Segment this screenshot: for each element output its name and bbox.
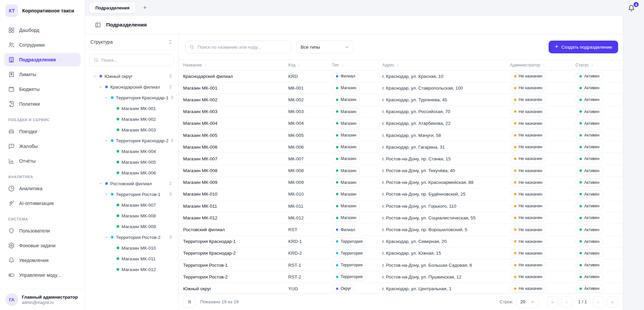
table-row[interactable]: Магазин МК-003МК-003Магазинг. Краснодар,… xyxy=(179,106,623,118)
table-search xyxy=(185,41,291,53)
tree-node-label: Магазин МК-007 xyxy=(122,203,156,208)
tree-node[interactable]: Магазин МК-011 xyxy=(89,253,172,264)
table-row[interactable]: Территория Ростов-1RST-1Территорияг. Рос… xyxy=(179,259,623,271)
tree-node[interactable]: Магазин МК-012 xyxy=(89,264,172,275)
table-row[interactable]: Территория Краснодар-1KRD-1Территорияг. … xyxy=(179,236,623,248)
column-header-4[interactable]: Администратор xyxy=(510,63,575,67)
tree-node[interactable]: Южный округ2 xyxy=(89,71,172,82)
table-toolbar: Все типы + Создать подразделение xyxy=(179,34,623,60)
table-row[interactable]: Территория Краснодар-2KRD-2Территорияг. … xyxy=(179,248,623,259)
chevron-down-icon[interactable] xyxy=(104,192,109,197)
sidebar-item-departments[interactable]: Подразделения xyxy=(4,53,81,66)
sidebar-item-background-tasks[interactable]: Фоновые задачи xyxy=(4,239,81,252)
structure-search-input[interactable] xyxy=(90,54,174,66)
sidebar-item-limits[interactable]: Лимиты xyxy=(4,68,81,81)
table-row[interactable]: Ростовский филиалRSTФилиалг. Ростов-на-Д… xyxy=(179,224,623,236)
tree-node[interactable]: Магазин МК-008 xyxy=(89,210,172,221)
column-header-0[interactable]: Название xyxy=(183,63,288,67)
chevron-down-icon[interactable] xyxy=(92,74,97,79)
admin-badge: Не назначен xyxy=(510,119,546,127)
tree-node[interactable]: Магазин МК-006 xyxy=(89,167,172,178)
chevron-down-icon[interactable] xyxy=(98,181,103,186)
tree-node[interactable]: Магазин МК-010 xyxy=(89,243,172,253)
table-row[interactable]: Магазин МК-011МК-011Магазинг. Ростов-на-… xyxy=(179,200,623,212)
table-row[interactable]: Территория Ростов-2RST-2Территорияг. Рос… xyxy=(179,271,623,283)
sidebar-item-policies[interactable]: Политики xyxy=(4,97,81,111)
tree-node[interactable]: Ростовский филиал2 xyxy=(89,178,172,189)
tree-node[interactable]: Территория Ростов-23 xyxy=(89,232,172,243)
column-header-2[interactable]: Тип xyxy=(332,63,382,67)
column-header-5[interactable]: Статус xyxy=(575,63,618,67)
notifications-button[interactable]: 4 xyxy=(628,3,637,12)
chevron-down-icon[interactable] xyxy=(98,85,103,89)
panel-toggle-icon[interactable] xyxy=(95,22,101,28)
table-settings-button[interactable] xyxy=(183,296,196,308)
sidebar-item-complaints[interactable]: Жалобы xyxy=(4,140,81,153)
cell-code: RST-2 xyxy=(288,274,332,279)
cell-address: г. Краснодар, ул. Красная, 10 xyxy=(382,74,510,79)
table-row[interactable]: Магазин МК-004МК-004Магазинг. Краснодар,… xyxy=(179,118,623,130)
rows-per-page-select[interactable]: 20 xyxy=(517,296,539,308)
receipt-icon xyxy=(8,71,15,78)
tree-node[interactable]: Краснодарский филиал2 xyxy=(89,82,172,92)
sidebar-item-ai-optimization[interactable]: AI-оптимизация xyxy=(4,197,81,210)
cell-status: Активен xyxy=(575,238,618,246)
node-type-dot xyxy=(117,214,119,217)
tab-departments[interactable]: Подразделения xyxy=(89,2,136,13)
chevron-down-icon[interactable] xyxy=(104,235,109,240)
tree-node[interactable]: Территория Ростов-13 xyxy=(89,189,172,200)
chevron-down-icon[interactable] xyxy=(104,95,109,100)
user-profile[interactable]: ГА Главный администратор admin@magnit.ru xyxy=(0,289,85,310)
table-row[interactable]: Магазин МК-006МК-006Магазинг. Краснодар,… xyxy=(179,141,623,153)
sidebar-item-employees[interactable]: Сотрудники xyxy=(4,38,81,52)
sidebar-nav: ДашбордСотрудникиПодразделенияЛимитыБюдж… xyxy=(0,21,85,289)
collapse-tree-icon[interactable] xyxy=(168,39,173,45)
table-row[interactable]: Магазин МК-002МК-002Магазинг. Краснодар,… xyxy=(179,94,623,106)
cell-type: Магазин xyxy=(332,155,382,163)
first-page-button[interactable]: « xyxy=(547,296,558,308)
table-row[interactable]: Магазин МК-009МК-009Магазинг. Ростов-на-… xyxy=(179,177,623,189)
tree-node[interactable]: Магазин МК-004 xyxy=(89,146,172,157)
cell-name: Магазин МК-004 xyxy=(183,121,288,126)
table-row[interactable]: Магазин МК-008МК-008Магазинг. Ростов-на-… xyxy=(179,165,623,177)
table-row[interactable]: Краснодарский филиалKRDФилиалг. Краснода… xyxy=(179,70,623,82)
sidebar-item-trips[interactable]: Поездки xyxy=(4,125,81,138)
sidebar-item-module-management[interactable]: Управление моду... xyxy=(4,268,81,282)
prev-page-button[interactable]: ‹ xyxy=(561,296,572,308)
table-row[interactable]: Магазин МК-005МК-005Магазинг. Краснодар,… xyxy=(179,130,623,141)
sidebar-item-notifications[interactable]: Уведомления xyxy=(4,254,81,267)
chevron-down-icon[interactable] xyxy=(104,138,109,143)
tree-node[interactable]: Магазин МК-009 xyxy=(89,221,172,232)
sidebar-item-analytics[interactable]: Аналитика xyxy=(4,182,81,195)
add-tab-button[interactable]: + xyxy=(140,3,149,12)
cell-code: МК-011 xyxy=(288,204,332,209)
tree-node[interactable]: Территория Краснодар-23 xyxy=(89,135,172,146)
column-header-1[interactable]: Код xyxy=(288,63,332,67)
table-row[interactable]: Магазин МК-010МК-010Магазинг. Ростов-на-… xyxy=(179,189,623,200)
sidebar-item-users[interactable]: Пользователи xyxy=(4,224,81,238)
cell-admin: Не назначен xyxy=(510,131,575,139)
table-row[interactable]: Магазин МК-012МК-012Магазинг. Ростов-на-… xyxy=(179,212,623,224)
table-row[interactable]: Южный округYUGОкругг. Краснодар, ул. Цен… xyxy=(179,283,623,293)
sidebar-item-dashboard[interactable]: Дашборд xyxy=(4,23,81,37)
tree-node[interactable]: Магазин МК-003 xyxy=(89,124,172,135)
table-search-input[interactable] xyxy=(185,41,291,53)
user-email: admin@magnit.ru xyxy=(22,300,78,305)
tree-node[interactable]: Магазин МК-002 xyxy=(89,114,172,124)
column-header-3[interactable]: Адрес xyxy=(382,63,510,67)
tree-node[interactable]: Магазин МК-005 xyxy=(89,157,172,167)
create-department-button[interactable]: + Создать подразделение xyxy=(549,41,618,53)
type-filter-select[interactable]: Все типы xyxy=(296,41,354,53)
cell-type: Магазин xyxy=(332,143,382,151)
table-row[interactable]: Магазин МК-007МК-007Магазинг. Ростов-на-… xyxy=(179,153,623,165)
last-page-button[interactable]: » xyxy=(607,296,618,308)
sidebar-item-reports[interactable]: Отчёты xyxy=(4,154,81,168)
sidebar-item-budgets[interactable]: Бюджеты xyxy=(4,83,81,96)
admin-badge: Не назначен xyxy=(510,143,546,151)
tree-node[interactable]: Магазин МК-007 xyxy=(89,200,172,210)
tree-node[interactable]: Территория Краснодар-13 xyxy=(89,92,172,103)
table-row[interactable]: Магазин МК-001МК-001Магазинг. Краснодар,… xyxy=(179,82,623,94)
next-page-button[interactable]: › xyxy=(593,296,604,308)
cell-type: Территория xyxy=(332,249,382,257)
tree-node[interactable]: Магазин МК-001 xyxy=(89,103,172,114)
